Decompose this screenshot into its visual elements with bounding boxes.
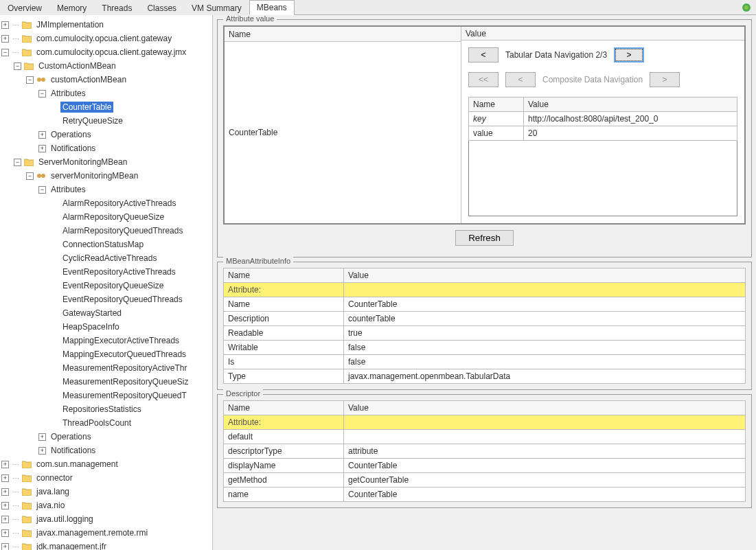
table-cell[interactable]: Type (224, 369, 344, 384)
mbean-info-table[interactable]: NameValue Attribute: NameCounterTableDes… (223, 268, 746, 384)
tabular-next-button[interactable]: > (614, 47, 644, 62)
col-header-value[interactable]: Value (344, 401, 746, 415)
tree-item[interactable]: customActionMBean (49, 74, 128, 85)
column-header-name[interactable]: Name (225, 27, 461, 42)
tree-item-countertable[interactable]: CounterTable (60, 102, 113, 113)
expand-icon[interactable]: + (1, 543, 9, 551)
table-cell[interactable]: value (469, 126, 524, 141)
table-cell[interactable]: attribute (344, 444, 746, 459)
table-cell[interactable]: Readable (224, 326, 344, 341)
tree-item-operations[interactable]: Operations (49, 129, 93, 140)
tree-item[interactable]: EventRepositoryActiveThreads (60, 266, 178, 277)
tree-item[interactable]: CustomActionMBean (36, 60, 118, 71)
expand-icon[interactable]: + (1, 461, 9, 468)
expand-icon[interactable]: + (38, 447, 46, 455)
expand-icon[interactable]: + (1, 502, 9, 509)
tree-item[interactable]: javax.management.remote.rmi (34, 527, 150, 538)
tab-vm-summary[interactable]: VM Summary (184, 1, 249, 15)
table-cell[interactable] (344, 430, 746, 444)
table-cell[interactable]: false (344, 341, 746, 355)
table-cell[interactable]: true (344, 326, 746, 341)
collapse-icon[interactable]: − (1, 49, 9, 56)
tree-item-attributes[interactable]: Attributes (49, 88, 88, 99)
tree-item[interactable]: EventRepositoryQueuedThreads (60, 294, 185, 305)
table-cell[interactable]: default (224, 430, 344, 444)
tree-item[interactable]: GatewayStarted (60, 308, 124, 319)
table-cell[interactable]: Description (224, 312, 344, 326)
tree-item[interactable]: MeasurementRepositoryActiveThr (60, 363, 189, 374)
tree-item[interactable]: com.cumulocity.opcua.client.gateway.jmx (34, 47, 188, 58)
tab-classes[interactable]: Classes (139, 1, 184, 15)
expand-icon[interactable]: + (1, 516, 9, 523)
expand-icon[interactable]: + (38, 433, 46, 441)
tree-item[interactable]: MappingExecutorQueuedThreads (60, 349, 188, 360)
collapse-icon[interactable]: − (14, 62, 21, 70)
tree-item-attributes[interactable]: Attributes (49, 184, 88, 195)
table-cell[interactable]: CounterTable (344, 488, 746, 502)
tree-item[interactable]: java.lang (34, 486, 71, 497)
tree-item[interactable]: MappingExecutorActiveThreads (60, 335, 181, 346)
collapse-icon[interactable]: − (38, 186, 46, 194)
collapse-icon[interactable]: − (26, 172, 34, 180)
tree-item[interactable]: MeasurementRepositoryQueueSiz (60, 376, 190, 387)
tabular-prev-button[interactable]: < (468, 47, 499, 62)
table-cell[interactable]: key (469, 112, 524, 126)
col-header-name[interactable]: Name (224, 401, 344, 415)
tree-item[interactable]: com.cumulocity.opcua.client.gateway (34, 33, 174, 44)
tree-item-operations[interactable]: Operations (49, 431, 93, 442)
table-cell[interactable]: displayName (224, 459, 344, 473)
tab-mbeans[interactable]: MBeans (249, 0, 295, 15)
tree-item[interactable]: AlarmRepositoryQueueSize (60, 211, 166, 222)
table-cell[interactable]: Name (224, 297, 344, 312)
tree-item[interactable]: java.nio (34, 500, 67, 511)
table-cell[interactable]: getCounterTable (344, 473, 746, 488)
tab-overview[interactable]: Overview (0, 1, 49, 15)
tree-item[interactable]: RepositoriesStatistics (60, 404, 144, 415)
tree-item[interactable]: jdk.management.jfr (34, 541, 108, 550)
tree-item[interactable]: AlarmRepositoryActiveThreads (60, 198, 178, 209)
tree-item[interactable]: ThreadPoolsCount (60, 417, 133, 428)
col-header-value[interactable]: Value (344, 268, 746, 283)
tree-item[interactable]: connector (34, 472, 75, 483)
expand-icon[interactable]: + (38, 145, 46, 152)
tab-memory[interactable]: Memory (49, 1, 94, 15)
tree-item[interactable]: CyclicReadActiveThreads (60, 253, 159, 264)
table-cell[interactable]: javax.management.openmbean.TabularData (344, 369, 746, 384)
inner-col-value[interactable]: Value (524, 98, 737, 112)
tree-item[interactable]: MeasurementRepositoryQueuedT (60, 390, 189, 401)
expand-icon[interactable]: + (1, 529, 9, 537)
tree-item[interactable]: EventRepositoryQueueSize (60, 280, 165, 291)
col-header-name[interactable]: Name (224, 268, 344, 283)
tab-threads[interactable]: Threads (94, 1, 139, 15)
tree-item-notifications[interactable]: Notifications (49, 445, 98, 456)
table-cell[interactable]: counterTable (344, 312, 746, 326)
tree-item[interactable]: java.util.logging (34, 514, 95, 525)
mbean-tree[interactable]: +⋯JMImplementation +⋯com.cumulocity.opcu… (0, 15, 213, 550)
table-cell[interactable]: 20 (524, 126, 737, 141)
column-header-value[interactable]: Value (461, 27, 744, 41)
tree-item[interactable]: serverMonitoringMBean (49, 170, 140, 181)
table-cell[interactable]: getMethod (224, 473, 344, 488)
table-cell[interactable]: http://localhost:8080/api/test_200_0 (524, 112, 737, 126)
refresh-button[interactable]: Refresh (455, 230, 514, 246)
table-cell[interactable]: Writable (224, 341, 344, 355)
attribute-name-cell[interactable]: CounterTable (229, 128, 277, 137)
tree-item[interactable]: AlarmRepositoryQueuedThreads (60, 225, 185, 236)
table-cell[interactable]: false (344, 355, 746, 369)
expand-icon[interactable]: + (1, 35, 9, 43)
tree-item[interactable]: HeapSpaceInfo (60, 321, 122, 332)
expand-icon[interactable]: + (1, 488, 9, 496)
expand-icon[interactable]: + (1, 474, 9, 482)
expand-icon[interactable]: + (38, 131, 46, 139)
collapse-icon[interactable]: − (14, 159, 21, 166)
tree-item[interactable]: RetryQueueSize (60, 115, 125, 126)
tree-item[interactable]: ServerMonitoringMBean (36, 157, 129, 168)
table-cell[interactable]: Is (224, 355, 344, 369)
collapse-icon[interactable]: − (38, 90, 46, 98)
table-cell[interactable]: descriptorType (224, 444, 344, 459)
table-cell[interactable]: CounterTable (344, 297, 746, 312)
collapse-icon[interactable]: − (26, 76, 34, 84)
tree-item-notifications[interactable]: Notifications (49, 143, 98, 154)
tree-item[interactable]: JMImplementation (34, 19, 106, 30)
table-cell[interactable]: name (224, 488, 344, 502)
